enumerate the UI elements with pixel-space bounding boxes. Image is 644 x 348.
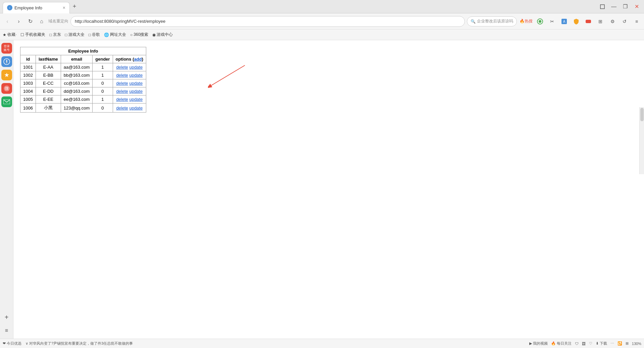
page-icon: □ — [65, 32, 67, 37]
update-link[interactable]: update — [129, 89, 143, 94]
cell-gender: 0 — [93, 87, 113, 95]
delete-link[interactable]: delete — [116, 65, 128, 70]
cell-id: 1002 — [20, 71, 36, 79]
sidebar-weibo[interactable]: 微 — [1, 83, 12, 94]
cell-id: 1004 — [20, 87, 36, 95]
today-picks[interactable]: ❤ 今日优选 — [3, 341, 21, 346]
title-bar: i Employee Info × + — ❐ ✕ — [0, 0, 644, 13]
bookmark-google[interactable]: □ 谷歌 — [89, 32, 100, 38]
svg-line-15 — [211, 65, 245, 85]
bookmark-label: 360搜索 — [133, 32, 148, 38]
translate-icon[interactable]: A — [559, 17, 569, 26]
close-button[interactable]: ✕ — [632, 2, 641, 11]
shield-icon[interactable] — [572, 17, 581, 26]
maximize-button[interactable]: ❐ — [621, 2, 630, 11]
bookmark-games[interactable]: □ 游戏大全 — [65, 32, 85, 38]
page-icon: □ — [89, 32, 91, 37]
active-tab[interactable]: i Employee Info × — [3, 2, 70, 13]
more-status[interactable]: ⋯ — [610, 341, 614, 346]
sidebar-star[interactable]: ★ — [1, 70, 12, 80]
bookmarks-bar: ★ 收藏· ☐ 手机收藏夹 □ 京东 □ 游戏大全 □ 谷歌 🌐 网址大全 ○ … — [0, 29, 644, 40]
news-item[interactable]: ∨ 对华风向变了?尹锡悦宣布重要决定，做了件3任总统不敢做的事 — [25, 341, 133, 346]
download-status[interactable]: ⬇ 下载 — [596, 341, 607, 346]
bookmark-jd[interactable]: □ 京东 — [49, 32, 61, 38]
delete-link[interactable]: delete — [116, 81, 128, 86]
grid-icon[interactable]: ⊞ — [596, 17, 605, 26]
forward-button[interactable]: › — [14, 17, 23, 26]
update-link[interactable]: update — [129, 73, 143, 78]
delete-link[interactable]: delete — [116, 89, 128, 94]
bookmark-game-center[interactable]: ◉ 游戏中心 — [152, 32, 173, 38]
menu-button[interactable]: ≡ — [632, 17, 641, 26]
history-icon[interactable]: ↺ — [620, 17, 629, 26]
bookmark-360[interactable]: ○ 360搜索 — [130, 32, 148, 38]
svg-point-4 — [539, 20, 541, 23]
sidebar-mail[interactable] — [1, 96, 12, 107]
update-link[interactable]: update — [129, 106, 143, 111]
grid-status[interactable]: ⊞ — [626, 341, 629, 346]
cell-options: delete update — [113, 79, 146, 87]
zoom-level[interactable]: 130% — [632, 342, 641, 346]
shield-status[interactable]: 🛡 — [575, 342, 579, 346]
my-videos[interactable]: ▶ 我的视频 — [529, 341, 548, 346]
cell-lastname: E-EE — [36, 95, 61, 103]
star-icon: ★ — [3, 32, 6, 37]
address-bar[interactable]: http://localhost:8080/springMVC-rest/emp… — [70, 16, 465, 27]
tab-close-button[interactable]: × — [63, 5, 65, 10]
heart-status[interactable]: ♡ — [589, 341, 592, 346]
globe-icon: 🌐 — [104, 32, 109, 37]
settings-icon[interactable]: ⚙ — [608, 17, 617, 26]
add-link[interactable]: add — [134, 57, 142, 62]
bookmark-nav[interactable]: 🌐 网址大全 — [104, 32, 126, 38]
cell-email: aa@163.com — [61, 63, 93, 71]
cut-icon[interactable]: ✂ — [547, 17, 557, 26]
update-link[interactable]: update — [129, 81, 143, 86]
status-left: ❤ 今日优选 ∨ 对华风向变了?尹锡悦宣布重要决定，做了件3任总统不敢做的事 — [3, 341, 524, 346]
cell-options: delete update — [113, 95, 146, 103]
image-status[interactable]: 🖼 — [582, 342, 586, 346]
sidebar-account[interactable]: 登录账号 — [1, 43, 12, 54]
delete-link[interactable]: delete — [116, 106, 128, 111]
daily-focus[interactable]: 🔥 每日关注 — [551, 341, 572, 346]
new-tab-button[interactable]: + — [70, 2, 79, 11]
bookmark-label: 谷歌 — [92, 32, 100, 38]
download-label: 下载 — [600, 341, 607, 346]
minimize-button[interactable]: — — [609, 2, 619, 11]
status-right: ▶ 我的视频 🔥 每日关注 🛡 🖼 ♡ ⬇ 下载 ⋯ 🔁 ⊞ 130% — [529, 341, 641, 346]
window-icon-button[interactable] — [598, 2, 607, 11]
bookmark-favorites[interactable]: ★ 收藏· — [3, 32, 16, 38]
cell-email: ee@163.com — [61, 95, 93, 103]
tab-favicon: i — [7, 5, 12, 10]
update-link[interactable]: update — [129, 65, 143, 70]
scrollbar-thumb[interactable] — [640, 108, 644, 121]
table-row: 1004E-DDdd@163.com0delete update — [20, 87, 146, 95]
svg-marker-10 — [6, 61, 7, 64]
today-picks-label: 今日优选 — [7, 341, 21, 346]
game-icon[interactable] — [584, 17, 593, 26]
home-button[interactable]: ⌂ — [37, 17, 46, 26]
cell-gender: 1 — [93, 95, 113, 103]
back-button[interactable]: ‹ — [3, 17, 12, 26]
bookmark-mobile[interactable]: ☐ 手机收藏夹 — [20, 32, 45, 38]
delete-link[interactable]: delete — [116, 97, 128, 102]
update-link[interactable]: update — [129, 97, 143, 102]
sidebar-compass[interactable] — [1, 56, 12, 67]
svg-text:i: i — [9, 6, 10, 9]
circle-icon: ○ — [130, 32, 132, 37]
col-lastname: lastName — [36, 55, 61, 63]
sync-status[interactable]: 🔁 — [618, 341, 622, 346]
sidebar-menu-button[interactable]: ≡ — [1, 325, 12, 336]
search-box[interactable]: 🔍 企业整改后该原谅吗 — [467, 16, 517, 26]
chrome-icon[interactable] — [535, 17, 545, 26]
checkbox-icon: ☐ — [20, 32, 24, 37]
search-icon: 🔍 — [471, 19, 476, 24]
table-row: 1005E-EEee@163.com1delete update — [20, 95, 146, 103]
cell-email: dd@163.com — [61, 87, 93, 95]
hot-search[interactable]: 🔥热搜 — [520, 18, 533, 24]
col-email: email — [61, 55, 93, 63]
reload-button[interactable]: ↻ — [25, 17, 35, 26]
delete-link[interactable]: delete — [116, 73, 128, 78]
scrollbar-track[interactable] — [639, 107, 644, 174]
sidebar-add-button[interactable]: + — [1, 312, 12, 323]
bookmark-label: 游戏中心 — [157, 32, 173, 38]
